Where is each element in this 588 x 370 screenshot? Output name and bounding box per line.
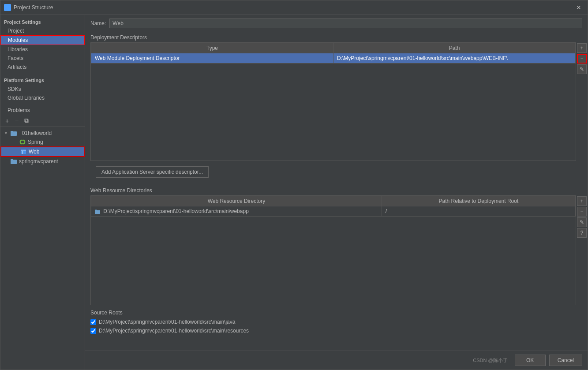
deployment-descriptors-header: Deployment Descriptors: [85, 32, 588, 42]
deployment-descriptors-section: Deployment Descriptors Type Path: [85, 32, 588, 161]
tree-item-label: Web: [29, 149, 39, 155]
tree-content: ▼ _01helloworld ▷ Spring ▷: [0, 127, 85, 370]
sidebar-item-facets[interactable]: Facets: [0, 54, 85, 63]
scrollable-section: Deployment Descriptors Type Path: [85, 32, 588, 351]
cancel-button[interactable]: Cancel: [549, 355, 582, 366]
web-icon: [20, 148, 27, 155]
source-roots-header: Source Roots: [85, 307, 588, 318]
add-descriptor-button[interactable]: Add Application Server specific descript…: [96, 166, 209, 178]
platform-settings-header: Platform Settings: [0, 75, 85, 85]
ok-button[interactable]: OK: [515, 355, 546, 366]
sidebar-item-sdks[interactable]: SDKs: [0, 85, 85, 93]
wr-dir-cell: D:\MyProject\springmvcparent\01-hellowor…: [91, 206, 382, 217]
name-input[interactable]: [109, 19, 582, 28]
wr-edit-button[interactable]: ✎: [577, 217, 587, 227]
sidebar-item-global-libraries[interactable]: Global Libraries: [0, 93, 85, 102]
close-button[interactable]: ✕: [573, 3, 584, 12]
svg-rect-0: [5, 5, 10, 10]
wr-col-directory: Web Resource Directory: [91, 196, 382, 206]
source-checkbox-1[interactable]: [90, 328, 96, 334]
folder-icon-springmvc: [10, 158, 17, 165]
tree-toolbar: + − ⧉: [0, 115, 85, 127]
sidebar-item-libraries[interactable]: Libraries: [0, 45, 85, 54]
tree-item-spring[interactable]: ▷ Spring: [0, 138, 85, 146]
table-row[interactable]: Web Module Deployment Descriptor D:\MyPr…: [91, 53, 576, 64]
wr-table-outer: Web Resource Directory Path Relative to …: [85, 195, 588, 305]
remove-module-button[interactable]: −: [12, 116, 22, 125]
web-resource-section: Web Resource Directories Web Resource Di…: [85, 185, 588, 305]
sidebar-item-artifacts[interactable]: Artifacts: [0, 63, 85, 71]
wr-help-button[interactable]: ?: [577, 228, 587, 238]
dd-side-buttons: + − ✎: [576, 42, 588, 161]
dd-table: Type Path Web Module Deployment Descript…: [91, 43, 576, 64]
dd-col-path: Path: [333, 43, 576, 53]
folder-icon: [10, 130, 17, 137]
tree-item-label: springmvcparent: [19, 158, 58, 164]
sidebar-item-modules[interactable]: Modules: [0, 35, 85, 45]
dd-col-type: Type: [91, 43, 333, 53]
tree-item-helloworld[interactable]: ▼ _01helloworld: [0, 129, 85, 138]
source-item-0: D:\MyProject\springmvcparent\01-hellowor…: [85, 318, 588, 326]
add-descriptor-wrapper: Add Application Server specific descript…: [90, 163, 582, 181]
add-module-button[interactable]: +: [2, 116, 12, 125]
name-label: Name:: [90, 20, 106, 26]
left-panel: Project Settings Project Modules Librari…: [0, 15, 85, 370]
titlebar: Project Structure ✕: [0, 0, 588, 15]
sidebar-item-project[interactable]: Project: [0, 26, 85, 35]
dd-edit-button[interactable]: ✎: [577, 64, 587, 74]
wr-remove-button[interactable]: −: [577, 207, 587, 217]
tree-item-label: Spring: [28, 139, 43, 145]
sidebar-separator: [0, 71, 85, 75]
svg-point-3: [19, 139, 26, 145]
name-row: Name:: [85, 15, 588, 32]
dialog-title: Project Structure: [14, 4, 573, 11]
dd-table-outer: Type Path Web Module Deployment Descript…: [85, 42, 588, 161]
web-resource-header: Web Resource Directories: [85, 185, 588, 195]
source-path-1: D:\MyProject\springmvcparent\01-hellowor…: [99, 328, 249, 334]
wr-col-relative: Path Relative to Deployment Root: [382, 196, 575, 206]
sidebar-separator-2: [0, 102, 85, 106]
source-path-0: D:\MyProject\springmvcparent\01-hellowor…: [99, 319, 235, 325]
dialog-icon: [4, 4, 11, 11]
tree-item-springmvcparent[interactable]: ▷ springmvcparent: [0, 157, 85, 166]
sidebar-item-problems[interactable]: Problems: [0, 106, 85, 115]
source-checkbox-0[interactable]: [90, 319, 96, 325]
source-roots-section: Source Roots D:\MyProject\springmvcparen…: [85, 307, 588, 335]
wr-add-button[interactable]: +: [577, 196, 587, 206]
sidebar: Project Settings Project Modules Librari…: [0, 15, 85, 115]
project-settings-header: Project Settings: [0, 17, 85, 26]
svg-rect-4: [21, 149, 26, 154]
dd-path-cell: D:\MyProject\springmvcparent\01-hellowor…: [333, 53, 576, 64]
watermark: CSDN @陈小于: [473, 357, 507, 364]
project-structure-dialog: Project Structure ✕ Project Settings Pro…: [0, 0, 588, 370]
expand-icon: ▼: [4, 131, 9, 135]
wr-side-buttons: + − ✎ ?: [576, 195, 588, 305]
table-row[interactable]: D:\MyProject\springmvcparent\01-hellowor…: [91, 206, 576, 217]
right-panel: Name: Deployment Descriptors Type: [85, 15, 588, 370]
source-item-1: D:\MyProject\springmvcparent\01-hellowor…: [85, 326, 588, 335]
dd-add-button[interactable]: +: [577, 43, 587, 53]
bottom-bar: CSDN @陈小于 OK Cancel: [85, 351, 588, 370]
copy-module-button[interactable]: ⧉: [22, 116, 31, 125]
dd-remove-button[interactable]: −: [577, 54, 587, 64]
spring-icon: [19, 138, 26, 146]
wr-relative-cell: /: [382, 206, 575, 217]
tree-item-web[interactable]: ▷ Web: [0, 146, 85, 157]
wr-table: Web Resource Directory Path Relative to …: [91, 196, 576, 217]
main-content: Project Settings Project Modules Librari…: [0, 15, 588, 370]
tree-item-label: _01helloworld: [19, 130, 52, 136]
dd-type-cell: Web Module Deployment Descriptor: [91, 53, 333, 64]
